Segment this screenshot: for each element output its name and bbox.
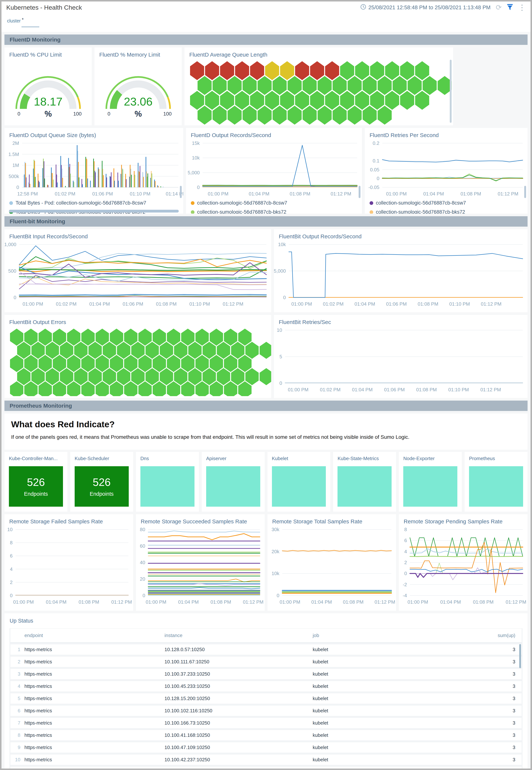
svg-text:01:08 PM: 01:08 PM [156, 301, 177, 307]
scrollbar-thumb[interactable] [180, 186, 182, 198]
panel-remote-failed: Remote Storage Failed Samples Rate 02468… [4, 514, 133, 611]
panel-title: FluentD Average Queue Length [184, 47, 453, 60]
cpu-gauge[interactable]: 18.170100% [4, 60, 92, 119]
svg-text:01:08 PM: 01:08 PM [460, 191, 481, 197]
cell-sum-up: 3 [450, 659, 522, 665]
legend-item[interactable]: collection-sumologic-56d76887cb-8csw7 [191, 200, 344, 206]
panel-up-status: Up Status endpoint instance job sum(up) … [4, 613, 528, 770]
tile-title: Apiserver [206, 456, 260, 461]
legend-dot [9, 201, 13, 205]
remote-pending-chart[interactable]: -4-20246801:00 PM01:04 PM01:08 PM01:12 P… [399, 526, 528, 606]
memory-gauge[interactable]: 23.060100% [94, 60, 182, 119]
kebab-menu-icon[interactable]: ⋮ [518, 3, 526, 12]
remote-failed-chart[interactable]: 024681001:00 PM01:04 PM01:08 PM01:12 PM [4, 526, 133, 606]
table-row[interactable]: 8 https-metrics 10.100.41.168:10250 kube… [10, 730, 522, 741]
panel-title: FluentD Output Queue Size (bytes) [4, 128, 183, 140]
legend-item[interactable]: collection-sumologic-56d76887cb-8csw7 [370, 200, 510, 206]
svg-text:0: 0 [377, 175, 379, 181]
svg-text:01:10 PM: 01:10 PM [130, 191, 150, 197]
legend-item[interactable]: collection-sumologic-56d76887cb-bks72 [370, 209, 465, 214]
tile-status-block [403, 466, 457, 507]
table-row[interactable]: 5 https-metrics 10.128.15.200:10250 kube… [10, 693, 522, 704]
table-row[interactable]: 1 https-metrics 10.128.0.57:10250 kubele… [10, 644, 522, 655]
svg-text:01:04 PM: 01:04 PM [311, 599, 332, 605]
svg-text:01:08 PM: 01:08 PM [343, 599, 363, 605]
remote-succeeded-chart[interactable]: 02040608001:00 PM01:04 PM01:08 PM01:12 P… [136, 526, 265, 606]
svg-text:01:08 PM: 01:08 PM [473, 599, 493, 605]
endpoint-tile[interactable]: Kubelet [267, 452, 330, 512]
fluentbit-retries-chart[interactable]: 051001:00 PM01:02 PM01:04 PM01:06 PM01:0… [274, 327, 528, 394]
endpoint-tile[interactable]: Node-Exporter [399, 452, 462, 512]
fluentbit-errors-honeycomb[interactable] [4, 327, 271, 396]
endpoint-tile[interactable]: Apiserver [202, 452, 265, 512]
scrollbar-thumb[interactable] [359, 186, 360, 198]
table-row[interactable]: 6 https-metrics 10.100.102.116:10250 kub… [10, 705, 522, 716]
cell-endpoint: https-metrics [24, 757, 164, 763]
svg-text:01:00 PM: 01:00 PM [408, 599, 428, 605]
row-remote-storage: Remote Storage Failed Samples Rate 02468… [4, 514, 528, 611]
svg-text:4: 4 [10, 566, 13, 572]
remote-total-chart[interactable]: 010k20k30k01:00 PM01:04 PM01:08 PM01:12 … [267, 526, 396, 606]
fluentbit-output-records-chart[interactable]: 05,00010k01:00 PM01:02 PM01:04 PM01:06 P… [274, 242, 528, 308]
table-scrollbar-thumb[interactable] [519, 644, 521, 668]
svg-text:1M: 1M [12, 162, 19, 168]
cell-job: kubelet [313, 708, 450, 714]
svg-text:01:12 PM: 01:12 PM [481, 301, 501, 307]
scrollbar-thumb[interactable] [524, 186, 526, 198]
table-row[interactable]: 4 https-metrics 10.100.45.233:10250 kube… [10, 681, 522, 692]
svg-text:0.05: 0.05 [370, 167, 379, 172]
table-row[interactable]: 9 https-metrics 10.100.47.109:10250 kube… [10, 742, 522, 753]
row-number: 7 [10, 720, 24, 726]
endpoint-tiles-row: Kube-Controller-Man... 526 Endpoints Kub… [4, 452, 528, 512]
endpoint-tile[interactable]: Dns [136, 452, 199, 512]
cell-job: kubelet [313, 696, 450, 701]
tile-title: Kube-Controller-Man... [9, 456, 63, 461]
cell-sum-up: 3 [450, 769, 522, 770]
fluentd-output-records-chart[interactable]: 05,00010k15k01:00 PM01:04 PM01:08 PM01:1… [186, 140, 362, 198]
svg-text:01:04 PM: 01:04 PM [46, 599, 67, 605]
tile-status-block [469, 466, 523, 507]
fluentd-queue-honeycomb[interactable] [184, 60, 453, 125]
panel-fluentbit-retries: FluentBit Retries/Sec 051001:00 PM01:02 … [274, 315, 528, 398]
fluentd-retries-chart[interactable]: -0.0500.050.10.201:00 PM01:04 PM01:08 PM… [365, 140, 528, 198]
legend-item[interactable]: collection-sumologic-56d76887cb-bks72 [191, 209, 286, 214]
horizontal-scrollbar[interactable] [9, 210, 179, 213]
endpoint-tile[interactable]: Kube-State-Metrics [333, 452, 396, 512]
svg-text:01:08 PM: 01:08 PM [210, 599, 231, 605]
scrollbar-thumb[interactable] [450, 60, 452, 123]
legend-label: collection-sumologic-56d76887cb-bks72 [197, 209, 286, 214]
tile-status-block [206, 466, 260, 507]
endpoint-tile[interactable]: Prometheus [465, 452, 528, 512]
time-range-button[interactable]: 25/08/2021 12:58:48 PM to 25/08/2021 1:1… [360, 4, 491, 11]
tile-status-block [272, 466, 326, 507]
table-row[interactable]: 10 https-metrics 10.100.42.237:10250 kub… [10, 754, 522, 765]
cell-endpoint: https-metrics [24, 720, 164, 726]
panel-fluentd-cpu-limit: FluentD % CPU Limit 18.170100% [4, 47, 92, 125]
cell-job: kubelet [313, 732, 450, 738]
svg-text:500: 500 [8, 268, 16, 274]
row-number: 8 [10, 732, 24, 738]
svg-text:01:12 PM: 01:12 PM [223, 301, 243, 307]
svg-text:0: 0 [107, 111, 110, 117]
row-number: 10 [10, 757, 24, 763]
svg-text:-0.05: -0.05 [368, 184, 379, 190]
legend-item[interactable]: Total Bytes - Pod: collection-sumologic-… [9, 200, 165, 206]
table-row[interactable]: 11 https-metrics 10.100.20.56:10250 kube… [10, 766, 522, 770]
endpoint-tile[interactable]: Kube-Controller-Man... 526 Endpoints [4, 452, 67, 512]
table-row[interactable]: 7 https-metrics 10.100.166.73:10250 kube… [10, 718, 522, 728]
legend-label: Total Bytes - Pod: collection-sumologic-… [16, 200, 146, 206]
cluster-filter-input[interactable] [21, 26, 39, 27]
endpoint-tile[interactable]: Kube-Scheduler 526 Endpoints [70, 452, 133, 512]
filter-icon[interactable] [507, 4, 513, 11]
refresh-icon[interactable]: ⟳ [496, 3, 502, 11]
table-row[interactable]: 2 https-metrics 10.100.111.67:10250 kube… [10, 656, 522, 667]
legend: collection-sumologic-56d76887cb-8csw7col… [186, 198, 362, 214]
fluentbit-input-records-chart[interactable]: 05001,00001:00 PM01:02 PM01:04 PM01:06 P… [4, 242, 271, 308]
panel-fluentd-output-records: FluentD Output Records/Second 05,00010k1… [186, 128, 362, 214]
panel-fluentbit-output-errors: FluentBit Output Errors [4, 315, 271, 398]
svg-text:01:04 PM: 01:04 PM [89, 301, 110, 307]
fluentd-output-queue-size-chart[interactable]: 0500k1M1.5M2M12:58 PM01:02 PM01:06 PM01:… [4, 140, 183, 198]
cluster-filter-required-star: * [22, 17, 24, 22]
table-row[interactable]: 3 https-metrics 10.100.37.233:10250 kube… [10, 669, 522, 680]
header-actions: 25/08/2021 12:58:48 PM to 25/08/2021 1:1… [360, 3, 526, 12]
